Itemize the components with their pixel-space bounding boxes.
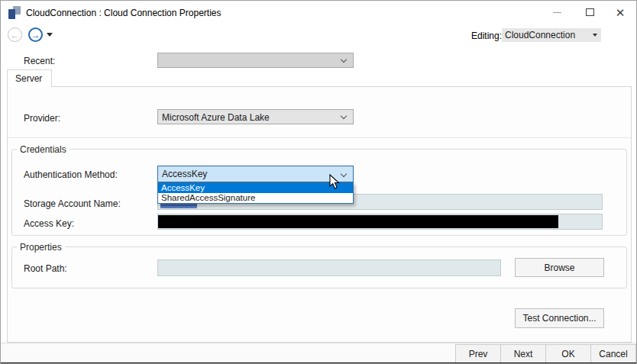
access-key-label: Access Key: xyxy=(24,218,74,229)
close-button[interactable]: ✕ xyxy=(608,3,632,21)
storage-account-name-label: Storage Account Name: xyxy=(24,198,121,209)
window-title: CloudConnection : Cloud Connection Prope… xyxy=(26,8,221,18)
app-icon xyxy=(8,6,21,19)
app-icon-front-cube xyxy=(8,9,15,19)
authentication-method-combobox[interactable]: AccessKey xyxy=(157,166,354,182)
authentication-method-dropdown-list: AccessKey SharedAccessSignature xyxy=(157,182,354,204)
maximize-icon xyxy=(586,8,594,16)
close-icon: ✕ xyxy=(616,7,626,18)
back-button[interactable]: ← xyxy=(8,27,22,42)
root-path-input[interactable] xyxy=(157,259,501,276)
chevron-down-icon xyxy=(341,171,347,177)
root-path-label: Root Path: xyxy=(24,263,67,274)
recent-dropdown[interactable] xyxy=(157,53,354,68)
section-divider xyxy=(8,137,631,138)
forward-button[interactable]: → xyxy=(28,27,43,42)
credentials-group-label: Credentials xyxy=(17,144,70,155)
chevron-down-icon xyxy=(593,34,597,37)
editing-value: CloudConnection xyxy=(505,30,575,40)
cancel-button[interactable]: Cancel xyxy=(590,344,636,363)
dropdown-option-accesskey[interactable]: AccessKey xyxy=(158,183,353,193)
access-key-input[interactable] xyxy=(157,214,603,230)
editing-dropdown[interactable]: CloudConnection xyxy=(502,28,601,42)
provider-label: Provider: xyxy=(24,113,60,124)
next-button[interactable]: Next xyxy=(500,344,546,363)
chevron-down-icon xyxy=(341,113,347,119)
redaction-bar xyxy=(158,215,558,228)
authentication-method-value: AccessKey xyxy=(162,169,207,179)
authentication-method-label: Authentication Method: xyxy=(24,169,118,180)
browse-button[interactable]: Browse xyxy=(515,258,604,277)
chevron-down-icon xyxy=(341,56,347,63)
minimize-icon xyxy=(553,12,561,13)
minimize-button[interactable] xyxy=(545,3,569,21)
recent-label: Recent: xyxy=(24,56,55,66)
cloud-connection-properties-window: CloudConnection : Cloud Connection Prope… xyxy=(0,0,637,364)
nav-history-caret-icon[interactable] xyxy=(47,33,53,37)
test-connection-button[interactable]: Test Connection... xyxy=(515,308,604,328)
tab-server[interactable]: Server xyxy=(7,69,52,87)
ok-button[interactable]: OK xyxy=(545,344,591,363)
provider-value: Microsoft Azure Data Lake xyxy=(162,112,270,123)
maximize-button[interactable] xyxy=(577,3,602,21)
dropdown-option-sharedaccesssignature[interactable]: SharedAccessSignature xyxy=(158,193,353,203)
forward-arrow-icon: → xyxy=(31,30,40,40)
prev-button[interactable]: Prev xyxy=(455,344,501,363)
mouse-cursor xyxy=(329,174,341,191)
properties-group-label: Properties xyxy=(17,242,65,253)
provider-dropdown[interactable]: Microsoft Azure Data Lake xyxy=(157,109,354,124)
editing-label: Editing: xyxy=(471,31,502,41)
footer: Prev Next OK Cancel xyxy=(1,343,637,363)
back-arrow-icon: ← xyxy=(11,30,20,40)
titlebar: CloudConnection : Cloud Connection Prope… xyxy=(1,1,636,24)
